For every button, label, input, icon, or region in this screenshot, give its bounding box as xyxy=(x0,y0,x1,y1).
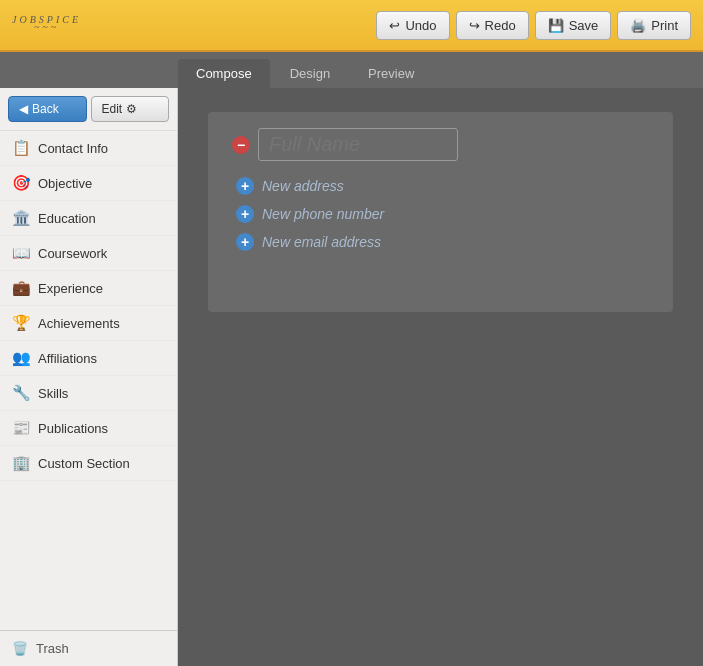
sidebar-footer[interactable]: 🗑️ Trash xyxy=(0,630,177,666)
tab-preview[interactable]: Preview xyxy=(350,59,432,88)
coursework-icon: 📖 xyxy=(12,244,30,262)
save-label: Save xyxy=(569,18,599,33)
objective-label: Objective xyxy=(38,176,92,191)
undo-button[interactable]: ↩ Undo xyxy=(376,11,449,40)
print-icon: 🖨️ xyxy=(630,18,646,33)
back-label: Back xyxy=(32,102,59,116)
add-address-row: + New address xyxy=(232,177,649,195)
redo-button[interactable]: ↪ Redo xyxy=(456,11,529,40)
gear-icon: ⚙ xyxy=(126,102,137,116)
add-email-row: + New email address xyxy=(232,233,649,251)
undo-label: Undo xyxy=(405,18,436,33)
header: JOBSPICE ~~~ ↩ Undo ↪ Redo 💾 Save 🖨️ Pri… xyxy=(0,0,703,52)
education-label: Education xyxy=(38,211,96,226)
custom-section-label: Custom Section xyxy=(38,456,130,471)
sidebar-item-achievements[interactable]: 🏆 Achievements xyxy=(0,306,177,341)
tab-compose[interactable]: Compose xyxy=(178,59,270,88)
publications-label: Publications xyxy=(38,421,108,436)
content-area: − + New address + New phone number + New… xyxy=(178,88,703,666)
add-phone-button[interactable]: + xyxy=(236,205,254,223)
custom-section-icon: 🏢 xyxy=(12,454,30,472)
tabbar: Compose Design Preview xyxy=(0,52,703,88)
remove-name-button[interactable]: − xyxy=(232,136,250,154)
trash-icon: 🗑️ xyxy=(12,641,28,656)
add-phone-label: New phone number xyxy=(262,206,384,222)
coursework-label: Coursework xyxy=(38,246,107,261)
skills-label: Skills xyxy=(38,386,68,401)
add-address-label: New address xyxy=(262,178,344,194)
experience-icon: 💼 xyxy=(12,279,30,297)
add-phone-row: + New phone number xyxy=(232,205,649,223)
main-layout: ◀ Back Edit ⚙ 📋 Contact Info 🎯 Objective… xyxy=(0,88,703,666)
sidebar-controls: ◀ Back Edit ⚙ xyxy=(0,88,177,131)
undo-icon: ↩ xyxy=(389,18,400,33)
back-arrow-icon: ◀ xyxy=(19,102,28,116)
save-button[interactable]: 💾 Save xyxy=(535,11,612,40)
add-email-label: New email address xyxy=(262,234,381,250)
tab-design[interactable]: Design xyxy=(272,59,348,88)
sidebar-item-objective[interactable]: 🎯 Objective xyxy=(0,166,177,201)
sidebar-item-education[interactable]: 🏛️ Education xyxy=(0,201,177,236)
sidebar-item-contact-info[interactable]: 📋 Contact Info xyxy=(0,131,177,166)
back-button[interactable]: ◀ Back xyxy=(8,96,87,122)
publications-icon: 📰 xyxy=(12,419,30,437)
sidebar-item-custom-section[interactable]: 🏢 Custom Section xyxy=(0,446,177,481)
redo-label: Redo xyxy=(485,18,516,33)
sidebar-item-skills[interactable]: 🔧 Skills xyxy=(0,376,177,411)
sidebar-nav: 📋 Contact Info 🎯 Objective 🏛️ Education … xyxy=(0,131,177,630)
redo-icon: ↪ xyxy=(469,18,480,33)
sidebar: ◀ Back Edit ⚙ 📋 Contact Info 🎯 Objective… xyxy=(0,88,178,666)
resume-card: − + New address + New phone number + New… xyxy=(208,112,673,312)
add-address-button[interactable]: + xyxy=(236,177,254,195)
name-row: − xyxy=(232,128,649,161)
contact-info-label: Contact Info xyxy=(38,141,108,156)
sidebar-item-publications[interactable]: 📰 Publications xyxy=(0,411,177,446)
full-name-input[interactable] xyxy=(258,128,458,161)
skills-icon: 🔧 xyxy=(12,384,30,402)
achievements-label: Achievements xyxy=(38,316,120,331)
contact-info-icon: 📋 xyxy=(12,139,30,157)
logo: JOBSPICE ~~~ xyxy=(12,18,81,32)
achievements-icon: 🏆 xyxy=(12,314,30,332)
add-email-button[interactable]: + xyxy=(236,233,254,251)
trash-label: Trash xyxy=(36,641,69,656)
objective-icon: 🎯 xyxy=(12,174,30,192)
affiliations-label: Affiliations xyxy=(38,351,97,366)
education-icon: 🏛️ xyxy=(12,209,30,227)
edit-label: Edit xyxy=(102,102,123,116)
sidebar-item-coursework[interactable]: 📖 Coursework xyxy=(0,236,177,271)
print-label: Print xyxy=(651,18,678,33)
edit-button[interactable]: Edit ⚙ xyxy=(91,96,170,122)
sidebar-item-experience[interactable]: 💼 Experience xyxy=(0,271,177,306)
affiliations-icon: 👥 xyxy=(12,349,30,367)
save-icon: 💾 xyxy=(548,18,564,33)
print-button[interactable]: 🖨️ Print xyxy=(617,11,691,40)
experience-label: Experience xyxy=(38,281,103,296)
sidebar-item-affiliations[interactable]: 👥 Affiliations xyxy=(0,341,177,376)
